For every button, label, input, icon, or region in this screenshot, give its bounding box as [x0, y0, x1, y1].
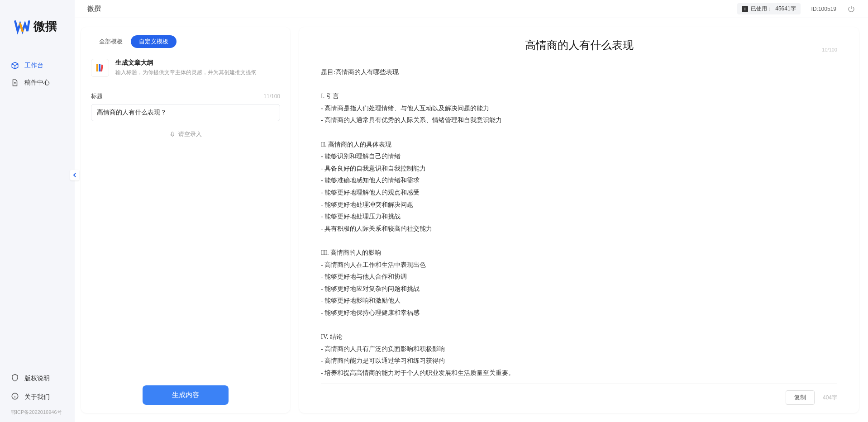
svg-rect-1 — [96, 64, 98, 71]
footer-label: 关于我们 — [24, 393, 50, 401]
cube-icon — [11, 62, 19, 70]
power-icon[interactable] — [847, 5, 855, 13]
app-root: 微撰 工作台 稿件中心 版权说明 — [0, 0, 868, 422]
mic-icon — [169, 131, 176, 138]
icp-text: 鄂ICP备2022016946号 — [0, 406, 75, 418]
main: 微撰 T 已使用：45641字 ID:100519 全部模板 自定义模板 — [75, 0, 868, 422]
sidebar-collapse-toggle[interactable] — [70, 170, 79, 180]
usage-badge[interactable]: T 已使用：45641字 — [737, 3, 800, 14]
sidebar-bottom: 版权说明 关于我们 鄂ICP备2022016946号 — [0, 369, 75, 422]
nav-label: 稿件中心 — [24, 79, 50, 87]
copy-button[interactable]: 复制 — [786, 390, 815, 405]
info-icon — [11, 392, 19, 402]
tab-custom-templates[interactable]: 自定义模板 — [131, 35, 176, 48]
title-input[interactable] — [91, 104, 280, 121]
output-body[interactable]: 题目:高情商的人有哪些表现 I. 引言 - 高情商是指人们处理情绪、与他人互动以… — [321, 66, 837, 379]
nav-label: 工作台 — [24, 62, 43, 70]
user-id: ID:100519 — [811, 6, 836, 12]
title-label: 标题 — [91, 92, 103, 100]
footer-label: 版权说明 — [24, 375, 50, 383]
template-tabs: 全部模板 自定义模板 — [91, 35, 280, 48]
nav-item-drafts[interactable]: 稿件中心 — [0, 74, 75, 91]
document-icon — [11, 79, 19, 87]
header-right: T 已使用：45641字 ID:100519 — [737, 3, 855, 14]
tab-all-templates[interactable]: 全部模板 — [91, 35, 131, 48]
sidebar-nav: 工作台 稿件中心 — [0, 48, 75, 369]
output-title-count: 10/100 — [822, 47, 837, 52]
content: 全部模板 自定义模板 生成文章大纲 输入标题，为你提供文章主体的灵感，并为其创建… — [75, 18, 868, 422]
output-divider — [321, 59, 837, 59]
output-panel: 高情商的人有什么表现 10/100 题目:高情商的人有哪些表现 I. 引言 - … — [299, 27, 859, 413]
shield-icon — [11, 374, 19, 383]
svg-rect-2 — [99, 64, 100, 71]
footer-about[interactable]: 关于我们 — [0, 388, 75, 406]
logo-icon — [14, 18, 30, 34]
output-title: 高情商的人有什么表现 — [525, 38, 634, 52]
output-word-count: 404字 — [823, 394, 837, 402]
usage-value: 45641字 — [775, 5, 796, 13]
template-card: 生成文章大纲 输入标题，为你提供文章主体的灵感，并为其创建推文提纲 — [91, 56, 280, 85]
chevron-left-icon — [72, 172, 77, 178]
title-char-count: 11/100 — [263, 93, 280, 100]
svg-rect-3 — [100, 65, 103, 71]
form-section: 标题 11/100 请空录入 生成内容 — [91, 92, 280, 405]
svg-rect-4 — [172, 132, 173, 135]
logo: 微撰 — [0, 11, 75, 48]
text-count-icon: T — [742, 6, 748, 12]
template-books-icon — [91, 59, 109, 77]
generate-button[interactable]: 生成内容 — [143, 385, 229, 405]
voice-input-row[interactable]: 请空录入 — [91, 130, 280, 138]
header: 微撰 T 已使用：45641字 ID:100519 — [75, 0, 868, 18]
title-label-row: 标题 11/100 — [91, 92, 280, 100]
footer-copyright[interactable]: 版权说明 — [0, 369, 75, 388]
template-info: 生成文章大纲 输入标题，为你提供文章主体的灵感，并为其创建推文提纲 — [115, 59, 280, 76]
usage-prefix: 已使用： — [751, 5, 773, 13]
output-footer: 复制 404字 — [321, 384, 837, 405]
logo-text: 微撰 — [33, 19, 57, 34]
output-title-row: 高情商的人有什么表现 10/100 — [321, 38, 837, 52]
template-desc: 输入标题，为你提供文章主体的灵感，并为其创建推文提纲 — [115, 69, 280, 76]
template-name: 生成文章大纲 — [115, 59, 280, 67]
input-panel: 全部模板 自定义模板 生成文章大纲 输入标题，为你提供文章主体的灵感，并为其创建… — [81, 27, 290, 413]
voice-label: 请空录入 — [178, 130, 202, 138]
header-title: 微撰 — [87, 5, 101, 13]
sidebar: 微撰 工作台 稿件中心 版权说明 — [0, 0, 75, 422]
nav-item-workspace[interactable]: 工作台 — [0, 57, 75, 74]
